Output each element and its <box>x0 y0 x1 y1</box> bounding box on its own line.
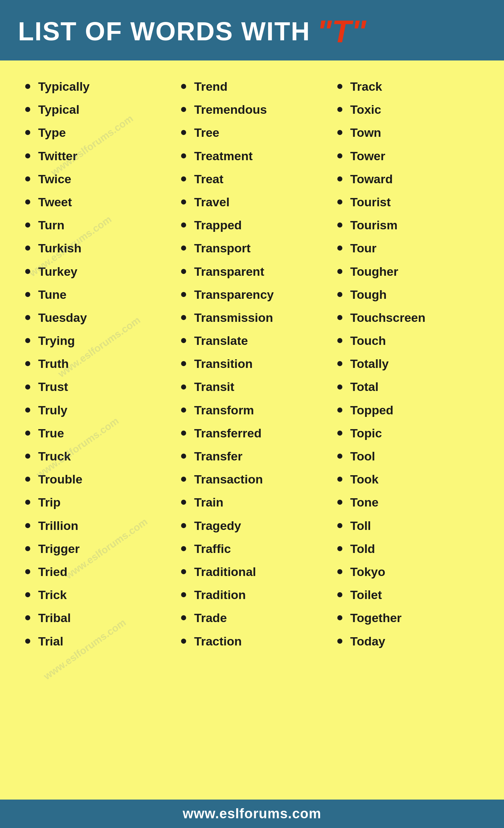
word-label: Train <box>194 494 223 510</box>
bullet-icon <box>25 246 30 251</box>
list-item: Touch <box>337 329 479 352</box>
word-label: Trip <box>38 494 60 510</box>
bullet-icon <box>337 176 342 181</box>
list-item: Tree <box>181 121 323 144</box>
bullet-icon <box>181 338 186 343</box>
bullet-icon <box>25 615 30 620</box>
bullet-icon <box>337 592 342 597</box>
word-label: Topic <box>350 425 382 441</box>
word-label: Transferred <box>194 425 261 441</box>
word-label: Tune <box>38 287 67 302</box>
word-label: Tokyo <box>350 564 386 580</box>
bullet-icon <box>25 431 30 436</box>
list-item: Trillion <box>25 514 167 537</box>
list-item: Tweet <box>25 190 167 213</box>
list-item: Trick <box>25 583 167 606</box>
list-item: Tourism <box>337 213 479 237</box>
word-label: Traffic <box>194 541 231 557</box>
list-item: Topic <box>337 422 479 445</box>
bullet-icon <box>181 315 186 320</box>
bullet-icon <box>337 315 342 320</box>
list-item: Touchscreen <box>337 306 479 329</box>
bullet-icon <box>337 408 342 413</box>
column-3: TrackToxicTownTowerTowardTouristTourismT… <box>330 75 486 653</box>
word-label: Transfer <box>194 448 242 464</box>
bullet-icon <box>181 292 186 297</box>
bullet-icon <box>25 384 30 390</box>
word-label: Tough <box>350 287 387 302</box>
bullet-icon <box>25 569 30 574</box>
list-item: Typical <box>25 98 167 121</box>
word-label: Transit <box>194 379 234 395</box>
list-item: Twice <box>25 167 167 190</box>
word-label: Transport <box>194 240 251 256</box>
bullet-icon <box>25 338 30 343</box>
word-label: Trend <box>194 78 228 94</box>
bullet-icon <box>181 361 186 366</box>
bullet-icon <box>181 454 186 459</box>
word-label: Toxic <box>350 102 381 117</box>
word-label: Tourist <box>350 194 391 210</box>
word-label: Trouble <box>38 471 82 487</box>
bullet-icon <box>181 431 186 436</box>
list-item: Today <box>337 630 479 653</box>
bullet-icon <box>181 176 186 181</box>
bullet-icon <box>337 222 342 228</box>
word-label: Transmission <box>194 310 273 325</box>
word-label: Treatment <box>194 148 253 164</box>
list-item: Treat <box>181 167 323 190</box>
list-item: Travel <box>181 190 323 213</box>
bullet-icon <box>337 431 342 436</box>
word-label: Twitter <box>38 148 77 164</box>
list-item: Truth <box>25 352 167 375</box>
word-label: Turn <box>38 217 64 233</box>
word-label: Track <box>350 78 382 94</box>
bullet-icon <box>181 546 186 551</box>
list-item: Trying <box>25 329 167 352</box>
column-1: TypicallyTypicalTypeTwitterTwiceTweetTur… <box>18 75 174 653</box>
word-label: Tone <box>350 494 379 510</box>
bullet-icon <box>181 477 186 482</box>
bullet-icon <box>337 269 342 274</box>
list-item: Trial <box>25 630 167 653</box>
word-label: Trade <box>194 610 227 626</box>
page-footer: www.eslforums.com <box>0 800 504 828</box>
list-item: Toilet <box>337 583 479 606</box>
list-item: Trade <box>181 606 323 629</box>
list-item: Tour <box>337 237 479 260</box>
list-item: Took <box>337 468 479 491</box>
list-item: Transaction <box>181 468 323 491</box>
list-item: Tragedy <box>181 514 323 537</box>
list-item: Transport <box>181 237 323 260</box>
word-label: Tree <box>194 125 219 140</box>
word-label: Trust <box>38 379 68 395</box>
bullet-icon <box>181 130 186 135</box>
list-item: Trip <box>25 491 167 514</box>
word-label: Transition <box>194 356 252 372</box>
bullet-icon <box>181 269 186 274</box>
word-label: Tower <box>350 148 386 164</box>
word-label: Treat <box>194 171 223 187</box>
column-2: TrendTremendousTreeTreatmentTreatTravelT… <box>174 75 330 653</box>
list-item: Tribal <box>25 606 167 629</box>
bullet-icon <box>25 292 30 297</box>
word-label: Toll <box>350 518 371 534</box>
list-item: True <box>25 422 167 445</box>
list-item: Transform <box>181 399 323 422</box>
list-item: Transit <box>181 375 323 398</box>
word-label: Translate <box>194 333 248 348</box>
word-label: Travel <box>194 194 229 210</box>
bullet-icon <box>181 523 186 528</box>
bullet-icon <box>337 569 342 574</box>
word-label: Transparency <box>194 287 274 302</box>
word-label: Transform <box>194 402 254 418</box>
word-label: Told <box>350 541 375 557</box>
bullet-icon <box>181 569 186 574</box>
bullet-icon <box>337 500 342 505</box>
bullet-icon <box>25 269 30 274</box>
footer-url: www.eslforums.com <box>183 806 321 821</box>
word-label: Typical <box>38 102 80 117</box>
word-label: Twice <box>38 171 71 187</box>
list-item: Tune <box>25 283 167 306</box>
bullet-icon <box>337 477 342 482</box>
